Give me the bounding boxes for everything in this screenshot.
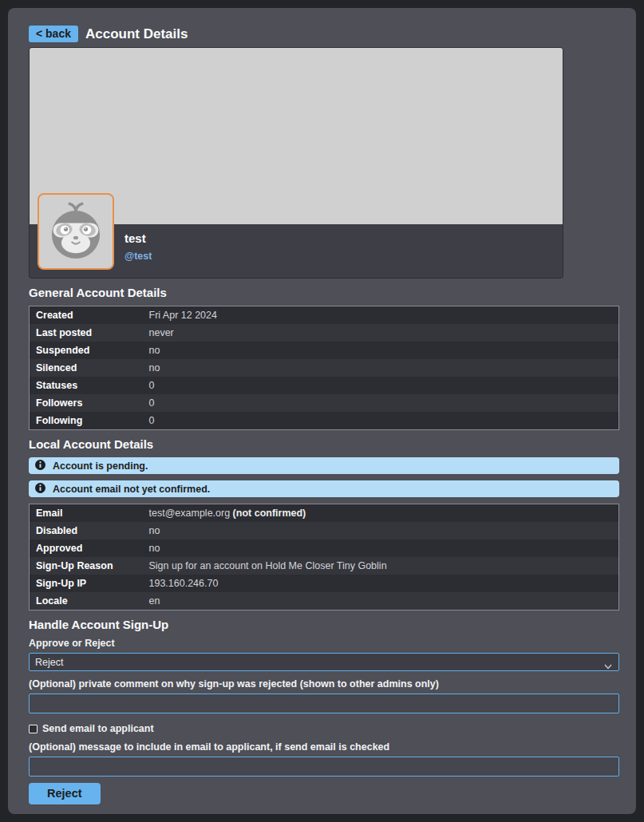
row-label: Followers — [30, 394, 149, 412]
approve-reject-select[interactable]: Reject — [29, 653, 619, 671]
table-row: Statuses 0 — [30, 377, 619, 394]
table-row: Last posted never — [30, 324, 619, 342]
row-value: en — [149, 592, 619, 611]
local-details-table: Email test@example.org (not confirmed) D… — [29, 504, 619, 611]
row-value: 0 — [149, 377, 619, 394]
table-row: Approved no — [30, 539, 619, 557]
send-email-checkbox[interactable] — [29, 725, 38, 733]
approve-reject-label: Approve or Reject — [29, 638, 619, 649]
send-email-label: Send email to applicant — [42, 723, 154, 734]
row-label: Silenced — [30, 359, 149, 377]
row-value: 0 — [149, 412, 619, 430]
row-label: Last posted — [30, 324, 149, 342]
profile-display-name: test — [124, 231, 563, 245]
avatar — [38, 193, 114, 270]
table-row: Followers 0 — [30, 394, 619, 412]
not-confirmed-flag: (not confirmed) — [233, 508, 306, 519]
email-unconfirmed-info-banner: Account email not yet confirmed. — [29, 480, 619, 497]
account-details-panel: < back Account Details test @test — [8, 8, 636, 814]
row-value: Fri Apr 12 2024 — [149, 306, 619, 325]
row-label: Approved — [30, 539, 149, 557]
private-comment-label: (Optional) private comment on why sign-u… — [29, 678, 619, 690]
info-icon — [35, 460, 45, 472]
row-value: no — [149, 522, 619, 539]
row-label: Sign-Up Reason — [30, 557, 149, 575]
row-value: 0 — [149, 394, 619, 412]
table-row: Silenced no — [30, 359, 619, 377]
pending-info-banner: Account is pending. — [29, 457, 619, 474]
handle-signup-heading: Handle Account Sign-Up — [29, 618, 619, 631]
profile-username: @test — [124, 251, 563, 262]
row-value: Sign up for an account on Hold Me Closer… — [149, 557, 619, 575]
back-button[interactable]: < back — [29, 26, 78, 42]
table-row: Created Fri Apr 12 2024 — [30, 306, 619, 325]
private-comment-input[interactable] — [29, 694, 619, 713]
banner-text: Account email not yet confirmed. — [53, 484, 210, 495]
table-row: Sign-Up Reason Sign up for an account on… — [30, 557, 619, 575]
row-label: Suspended — [30, 342, 149, 359]
row-label: Email — [30, 504, 149, 523]
handle-signup-form: Handle Account Sign-Up Approve or Reject… — [29, 618, 619, 804]
banner-text: Account is pending. — [53, 460, 148, 472]
profile-card: test @test — [29, 47, 563, 279]
table-row: Locale en — [30, 592, 619, 611]
info-icon — [35, 483, 45, 496]
email-message-label: (Optional) message to include in email t… — [29, 741, 619, 753]
row-label: Sign-Up IP — [30, 575, 149, 592]
row-label: Created — [30, 306, 149, 325]
local-details-heading: Local Account Details — [29, 437, 619, 451]
row-value: never — [149, 324, 619, 342]
table-row: Following 0 — [30, 412, 619, 430]
page-header: < back Account Details — [29, 26, 619, 42]
table-row: Disabled no — [30, 522, 619, 539]
row-label: Following — [30, 412, 149, 430]
row-label: Disabled — [30, 522, 149, 539]
table-row: Sign-Up IP 193.160.246.70 — [30, 575, 619, 592]
row-value: test@example.org (not confirmed) — [149, 504, 619, 523]
page-title: Account Details — [85, 26, 188, 42]
general-details-table: Created Fri Apr 12 2024 Last posted neve… — [29, 306, 619, 430]
row-value: no — [149, 342, 619, 359]
row-label: Locale — [30, 592, 149, 611]
reject-button[interactable]: Reject — [29, 783, 101, 804]
row-value: 193.160.246.70 — [149, 575, 619, 592]
general-details-heading: General Account Details — [29, 286, 619, 299]
table-row: Suspended no — [30, 342, 619, 359]
row-value: no — [149, 359, 619, 377]
row-label: Statuses — [30, 377, 149, 394]
send-email-row: Send email to applicant — [29, 723, 619, 734]
email-message-input[interactable] — [29, 757, 619, 777]
row-value: no — [149, 539, 619, 557]
table-row: Email test@example.org (not confirmed) — [30, 504, 619, 523]
sloth-avatar-icon — [41, 196, 110, 267]
